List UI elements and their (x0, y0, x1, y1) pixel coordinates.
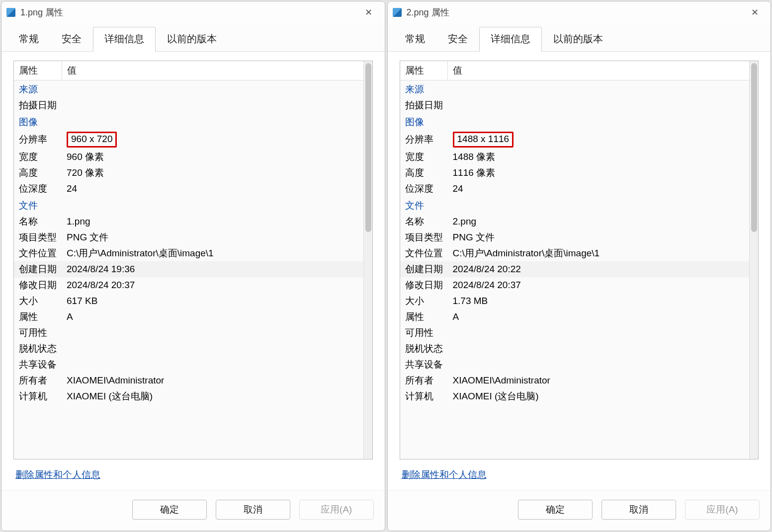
prop-val-width[interactable]: 1488 像素 (448, 149, 750, 165)
prop-key-location[interactable]: 文件位置 (14, 245, 62, 261)
prop-key-resolution[interactable]: 分辨率 (400, 130, 448, 149)
prop-val-height[interactable]: 720 像素 (62, 165, 363, 181)
prop-val-availability[interactable] (448, 325, 750, 341)
prop-val-owner[interactable]: XIAOMEI\Administrator (448, 373, 750, 388)
column-header-property[interactable]: 属性 (400, 61, 448, 80)
image-file-icon (393, 8, 402, 17)
prop-key-height[interactable]: 高度 (14, 165, 62, 181)
vertical-scrollbar[interactable] (363, 61, 372, 459)
prop-val-location[interactable]: C:\用户\Administrator\桌面\image\1 (448, 245, 750, 261)
prop-key-created[interactable]: 创建日期 (14, 261, 62, 277)
prop-key-modified[interactable]: 修改日期 (400, 277, 448, 293)
prop-key-modified[interactable]: 修改日期 (14, 277, 62, 293)
prop-key-shot-date[interactable]: 拍摄日期 (14, 97, 62, 113)
scrollbar-thumb[interactable] (751, 63, 757, 232)
prop-val-modified[interactable]: 2024/8/24 20:37 (448, 277, 750, 293)
ok-button[interactable]: 确定 (518, 500, 593, 520)
prop-val-modified[interactable]: 2024/8/24 20:37 (62, 277, 363, 293)
tab-bar: 常规 安全 详细信息 以前的版本 (1, 23, 385, 52)
properties-dialog-1: 1.png 属性 ✕ 常规 安全 详细信息 以前的版本 属性 值 来源 拍摄日期… (1, 1, 385, 531)
prop-val-computer[interactable]: XIAOMEI (这台电脑) (448, 388, 750, 404)
cancel-button[interactable]: 取消 (216, 500, 290, 520)
prop-key-width[interactable]: 宽度 (14, 149, 62, 165)
prop-key-owner[interactable]: 所有者 (14, 373, 62, 388)
tab-details[interactable]: 详细信息 (479, 27, 542, 52)
close-button[interactable]: ✕ (358, 4, 380, 20)
prop-key-attributes[interactable]: 属性 (400, 309, 448, 325)
prop-key-height[interactable]: 高度 (400, 165, 448, 181)
prop-val-owner[interactable]: XIAOMEI\Administrator (62, 373, 363, 388)
prop-val-height[interactable]: 1116 像素 (448, 165, 750, 181)
prop-key-offline[interactable]: 脱机状态 (400, 341, 448, 357)
column-header-property[interactable]: 属性 (14, 61, 62, 80)
tab-details[interactable]: 详细信息 (93, 27, 156, 52)
prop-key-share[interactable]: 共享设备 (14, 357, 62, 373)
prop-val-availability[interactable] (62, 325, 363, 341)
apply-button[interactable]: 应用(A) (685, 500, 760, 520)
prop-key-size[interactable]: 大小 (14, 293, 62, 309)
prop-key-type[interactable]: 项目类型 (14, 229, 62, 245)
tab-previous-versions[interactable]: 以前的版本 (542, 27, 614, 52)
prop-key-location[interactable]: 文件位置 (400, 245, 448, 261)
prop-val-name[interactable]: 1.png (62, 214, 363, 229)
vertical-scrollbar[interactable] (749, 61, 758, 459)
apply-button[interactable]: 应用(A) (299, 500, 374, 520)
prop-val-width[interactable]: 960 像素 (62, 149, 363, 165)
prop-key-bitdepth[interactable]: 位深度 (400, 181, 448, 197)
prop-key-computer[interactable]: 计算机 (400, 388, 448, 404)
prop-val-resolution[interactable]: 1488 x 1116 (448, 130, 750, 149)
ok-button[interactable]: 确定 (132, 500, 207, 520)
cancel-button[interactable]: 取消 (601, 500, 676, 520)
prop-val-bitdepth[interactable]: 24 (62, 181, 363, 197)
prop-val-resolution[interactable]: 960 x 720 (62, 130, 363, 149)
prop-val-location[interactable]: C:\用户\Administrator\桌面\image\1 (62, 245, 363, 261)
prop-val-shot-date[interactable] (62, 97, 363, 113)
properties-scroll-area[interactable]: 属性 值 来源 拍摄日期 图像 分辨率1488 x 1116 宽度1488 像素… (400, 61, 750, 459)
prop-val-type[interactable]: PNG 文件 (448, 229, 750, 245)
prop-key-name[interactable]: 名称 (14, 214, 62, 229)
prop-key-availability[interactable]: 可用性 (14, 325, 62, 341)
tab-previous-versions[interactable]: 以前的版本 (156, 27, 228, 52)
prop-key-owner[interactable]: 所有者 (400, 373, 448, 388)
prop-val-created[interactable]: 2024/8/24 20:22 (448, 261, 750, 277)
prop-val-created[interactable]: 2024/8/24 19:36 (62, 261, 363, 277)
prop-val-bitdepth[interactable]: 24 (448, 181, 750, 197)
properties-scroll-area[interactable]: 属性 值 来源 拍摄日期 图像 分辨率960 x 720 宽度960 像素 高度… (14, 61, 363, 459)
prop-key-size[interactable]: 大小 (400, 293, 448, 309)
prop-val-share[interactable] (62, 357, 363, 373)
prop-val-type[interactable]: PNG 文件 (62, 229, 363, 245)
prop-key-bitdepth[interactable]: 位深度 (14, 181, 62, 197)
prop-val-offline[interactable] (62, 341, 363, 357)
prop-val-computer[interactable]: XIAOMEI (这台电脑) (62, 388, 363, 404)
prop-val-size[interactable]: 617 KB (62, 293, 363, 309)
remove-properties-link[interactable]: 删除属性和个人信息 (402, 469, 487, 480)
prop-key-offline[interactable]: 脱机状态 (14, 341, 62, 357)
prop-val-shot-date[interactable] (448, 97, 750, 113)
prop-key-type[interactable]: 项目类型 (400, 229, 448, 245)
column-header-value[interactable]: 值 (62, 61, 363, 80)
prop-key-resolution[interactable]: 分辨率 (14, 130, 62, 149)
prop-val-size[interactable]: 1.73 MB (448, 293, 750, 309)
prop-val-name[interactable]: 2.png (448, 214, 750, 229)
tab-security[interactable]: 安全 (436, 27, 479, 52)
prop-key-availability[interactable]: 可用性 (400, 325, 448, 341)
close-button[interactable]: ✕ (744, 4, 766, 20)
tab-general[interactable]: 常规 (7, 27, 50, 52)
tab-general[interactable]: 常规 (394, 27, 436, 52)
prop-key-width[interactable]: 宽度 (400, 149, 448, 165)
prop-key-computer[interactable]: 计算机 (14, 388, 62, 404)
prop-val-offline[interactable] (448, 341, 750, 357)
remove-properties-link[interactable]: 删除属性和个人信息 (15, 469, 100, 480)
prop-val-attributes[interactable]: A (62, 309, 363, 325)
column-header-value[interactable]: 值 (448, 61, 750, 80)
prop-key-share[interactable]: 共享设备 (400, 357, 448, 373)
prop-key-shot-date[interactable]: 拍摄日期 (400, 97, 448, 113)
prop-key-created[interactable]: 创建日期 (400, 261, 448, 277)
prop-val-share[interactable] (448, 357, 750, 373)
scrollbar-thumb[interactable] (365, 63, 371, 232)
prop-key-name[interactable]: 名称 (400, 214, 448, 229)
tab-security[interactable]: 安全 (50, 27, 93, 52)
prop-val-attributes[interactable]: A (448, 309, 750, 325)
prop-key-attributes[interactable]: 属性 (14, 309, 62, 325)
properties-list: 属性 值 来源 拍摄日期 图像 分辨率1488 x 1116 宽度1488 像素… (400, 61, 759, 459)
